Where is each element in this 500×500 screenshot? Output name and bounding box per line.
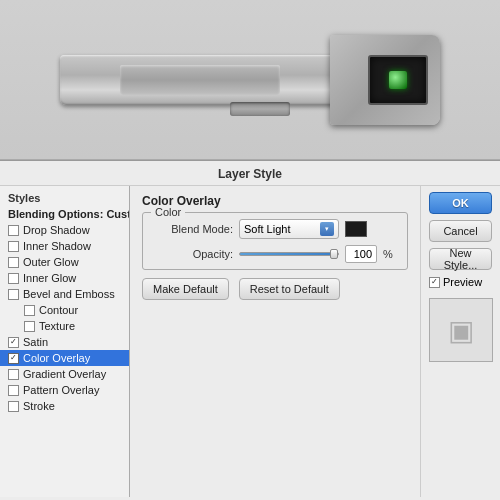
style-bevel-emboss[interactable]: Bevel and Emboss	[0, 286, 129, 302]
dialog-title-text: Layer Style	[218, 167, 282, 181]
bevel-emboss-checkbox[interactable]	[8, 289, 19, 300]
opacity-slider-track[interactable]	[239, 252, 339, 256]
default-buttons-row: Make Default Reset to Default	[142, 278, 408, 300]
styles-panel: Styles Blending Options: Custom Drop Sha…	[0, 186, 130, 497]
preview-checkbox[interactable]	[429, 277, 440, 288]
layer-style-dialog: Layer Style Styles Blending Options: Cus…	[0, 160, 500, 500]
style-inner-glow[interactable]: Inner Glow	[0, 270, 129, 286]
blend-mode-row: Blend Mode: Soft Light ▾	[153, 219, 397, 239]
color-overlay-label: Color Overlay	[23, 352, 90, 364]
texture-checkbox[interactable]	[24, 321, 35, 332]
preview-icon: ▣	[448, 314, 474, 347]
inner-shadow-label: Inner Shadow	[23, 240, 91, 252]
preview-label: Preview	[443, 276, 482, 288]
tool-handle	[120, 65, 280, 95]
color-swatch[interactable]	[345, 221, 367, 237]
right-panel: OK Cancel New Style... Preview ▣	[420, 186, 500, 497]
drop-shadow-checkbox[interactable]	[8, 225, 19, 236]
stroke-label: Stroke	[23, 400, 55, 412]
style-pattern-overlay[interactable]: Pattern Overlay	[0, 382, 129, 398]
texture-label: Texture	[39, 320, 75, 332]
bevel-emboss-label: Bevel and Emboss	[23, 288, 115, 300]
style-contour[interactable]: Contour	[0, 302, 129, 318]
style-outer-glow[interactable]: Outer Glow	[0, 254, 129, 270]
styles-panel-header: Styles	[0, 190, 129, 206]
preview-area: ▣	[429, 298, 493, 362]
style-drop-shadow[interactable]: Drop Shadow	[0, 222, 129, 238]
opacity-slider-container	[239, 252, 339, 256]
blend-mode-arrow-icon: ▾	[320, 222, 334, 236]
tool-slot	[230, 102, 290, 116]
pattern-overlay-checkbox[interactable]	[8, 385, 19, 396]
new-style-button[interactable]: New Style...	[429, 248, 492, 270]
outer-glow-checkbox[interactable]	[8, 257, 19, 268]
inner-glow-label: Inner Glow	[23, 272, 76, 284]
contour-checkbox[interactable]	[24, 305, 35, 316]
style-satin[interactable]: Satin	[0, 334, 129, 350]
style-texture[interactable]: Texture	[0, 318, 129, 334]
tool-head	[330, 35, 440, 125]
reset-default-button[interactable]: Reset to Default	[239, 278, 340, 300]
blend-mode-label: Blend Mode:	[153, 223, 233, 235]
ok-button[interactable]: OK	[429, 192, 492, 214]
gradient-overlay-checkbox[interactable]	[8, 369, 19, 380]
style-inner-shadow[interactable]: Inner Shadow	[0, 238, 129, 254]
outer-glow-label: Outer Glow	[23, 256, 79, 268]
pattern-overlay-label: Pattern Overlay	[23, 384, 99, 396]
opacity-input[interactable]	[345, 245, 377, 263]
stroke-checkbox[interactable]	[8, 401, 19, 412]
tool-lens	[368, 55, 428, 105]
make-default-button[interactable]: Make Default	[142, 278, 229, 300]
blend-mode-select[interactable]: Soft Light ▾	[239, 219, 339, 239]
blending-options-item[interactable]: Blending Options: Custom	[0, 206, 129, 222]
contour-label: Contour	[39, 304, 78, 316]
style-stroke[interactable]: Stroke	[0, 398, 129, 414]
dialog-body: Styles Blending Options: Custom Drop Sha…	[0, 186, 500, 497]
blend-mode-value: Soft Light	[244, 223, 290, 235]
style-gradient-overlay[interactable]: Gradient Overlay	[0, 366, 129, 382]
satin-checkbox[interactable]	[8, 337, 19, 348]
satin-label: Satin	[23, 336, 48, 348]
inner-glow-checkbox[interactable]	[8, 273, 19, 284]
color-group-label: Color	[151, 206, 185, 218]
style-color-overlay[interactable]: Color Overlay	[0, 350, 129, 366]
image-preview-area	[0, 0, 500, 160]
gradient-overlay-label: Gradient Overlay	[23, 368, 106, 380]
cancel-button[interactable]: Cancel	[429, 220, 492, 242]
opacity-slider-fill	[240, 253, 336, 255]
tool-image	[60, 35, 440, 125]
main-content: Color Overlay Color Blend Mode: Soft Lig…	[130, 186, 420, 497]
opacity-label: Opacity:	[153, 248, 233, 260]
color-group: Color Blend Mode: Soft Light ▾ Opacity:	[142, 212, 408, 270]
opacity-percent: %	[383, 248, 393, 260]
lens-inner	[389, 71, 407, 89]
inner-shadow-checkbox[interactable]	[8, 241, 19, 252]
preview-row: Preview	[429, 276, 492, 288]
color-overlay-checkbox[interactable]	[8, 353, 19, 364]
opacity-slider-thumb[interactable]	[330, 249, 338, 259]
opacity-row: Opacity: %	[153, 245, 397, 263]
drop-shadow-label: Drop Shadow	[23, 224, 90, 236]
dialog-title: Layer Style	[0, 161, 500, 186]
blending-options-label: Blending Options: Custom	[8, 208, 130, 220]
